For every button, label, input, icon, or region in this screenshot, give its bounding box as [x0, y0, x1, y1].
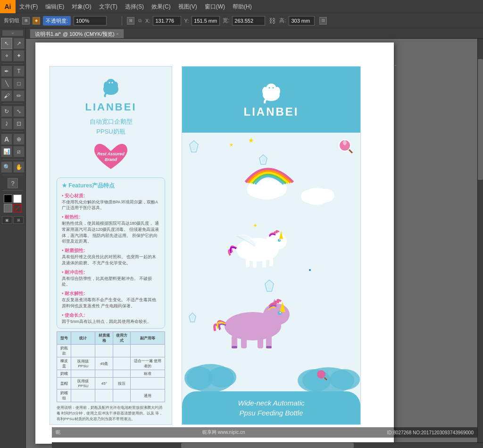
- cell-5-0: 奶嘴组: [57, 389, 71, 402]
- swatch-black[interactable]: [4, 194, 12, 203]
- svg-point-42: [280, 312, 281, 313]
- product-title-line1: 自动宽口企鹅型: [50, 117, 172, 127]
- feature4-heading: • 耐冲击性:: [62, 269, 160, 276]
- tool-help[interactable]: ?: [8, 178, 18, 188]
- cell-5-4: 通用: [131, 389, 165, 402]
- toolbar-grid-icon[interactable]: ⊟: [127, 17, 134, 25]
- artboard: LIANBEI 自动宽口企鹅型 PPSU奶瓶 Rest AssuredBrand: [35, 42, 394, 444]
- nipic-logo-text: 昵: [56, 429, 60, 436]
- decoration-area: ★ ★ ✦: [182, 133, 360, 424]
- svg-point-8: [262, 87, 268, 95]
- preview-icon[interactable]: ⊞: [13, 216, 24, 224]
- tool-blend[interactable]: ⊕: [13, 134, 25, 145]
- tool-brush[interactable]: 🖌: [1, 90, 12, 101]
- w-input[interactable]: [232, 16, 265, 25]
- x-input[interactable]: [153, 16, 181, 25]
- tool-row-5: 🖌 ✏: [1, 90, 25, 101]
- toolbar-icon-4: ⧉: [138, 18, 142, 24]
- menu-effect[interactable]: 效果(C): [148, 0, 175, 13]
- nipic-site: 昵享网 www.nipic.cn: [202, 429, 245, 436]
- tool-rect[interactable]: □: [13, 78, 25, 89]
- tool-row-4: ╲ □: [1, 78, 25, 89]
- svg-point-4: [109, 82, 110, 84]
- tool-lasso[interactable]: ⌖: [1, 50, 12, 61]
- opacity-badge[interactable]: 不透明度:: [43, 16, 71, 25]
- feature2-text: 耐热性优良，使其能根据医院可高达180摄氏度， 通常家用蒸汽可高达120摄氏度消…: [62, 220, 160, 245]
- horizontal-scrollbar[interactable]: [52, 442, 483, 448]
- menu-file[interactable]: 文件(F): [16, 0, 42, 13]
- h-input[interactable]: [289, 16, 315, 25]
- svg-point-2: [104, 82, 108, 89]
- screen-mode-icon[interactable]: ▣: [2, 216, 12, 224]
- tool-direct-select[interactable]: ↗: [13, 38, 25, 49]
- tool-warp[interactable]: ⤸: [1, 118, 12, 129]
- feature3-text: 具有低纤维之优良性比的对照和。 也突而一起的木及液体的前磨。 不充产生化学变化。: [62, 254, 160, 266]
- link-icon[interactable]: ⛓: [269, 17, 275, 25]
- tool-zoom[interactable]: 🔍: [1, 161, 12, 173]
- svg-rect-46: [258, 338, 263, 348]
- svg-rect-35: [253, 259, 257, 268]
- vertical-scrollbar[interactable]: [477, 39, 483, 442]
- tool-slice[interactable]: ⧄: [13, 146, 25, 157]
- swatch-gray[interactable]: [4, 204, 12, 212]
- svg-point-56: [317, 370, 325, 379]
- tool-pen[interactable]: ✒: [1, 66, 12, 77]
- menu-select[interactable]: 选择(S): [121, 0, 148, 13]
- y-label: Y:: [184, 18, 189, 24]
- svg-point-54: [298, 369, 331, 392]
- cell-3-0: 奶嘴: [57, 370, 71, 378]
- toolbar-icon-3[interactable]: [109, 17, 117, 25]
- table-header-3: 使用方式: [113, 332, 131, 345]
- tool-type[interactable]: T: [13, 66, 25, 77]
- tool-letter-a[interactable]: A: [1, 134, 12, 145]
- ai-logo-button[interactable]: Ai: [0, 0, 16, 13]
- toolbar-icon-1[interactable]: ⊞: [22, 17, 30, 25]
- toolbar-icon-2[interactable]: ◈: [33, 17, 40, 25]
- diamond-4: [187, 312, 198, 323]
- menu-window[interactable]: 窗口(W): [201, 0, 229, 13]
- rainbow-svg: [239, 147, 342, 222]
- document-tab[interactable]: 说明书1.ai* @ 100% (CMYK/预览) ×: [30, 29, 124, 38]
- spec-table: 型号 统计 材质规格 使用方式 副产用等 奶瓶款: [57, 331, 165, 402]
- tool-row-7: ⤸ ⊡: [1, 118, 25, 129]
- menu-object[interactable]: 对象(O): [68, 0, 95, 13]
- opacity-input[interactable]: [74, 16, 107, 25]
- svg-rect-47: [266, 336, 272, 347]
- svg-marker-19: [191, 142, 197, 151]
- swatch-none[interactable]: [13, 204, 22, 212]
- tool-magic-wand[interactable]: ✦: [13, 50, 25, 61]
- panel-right: LIANBEI: [182, 66, 361, 425]
- toolbar-transform-icon[interactable]: ⊡: [319, 17, 327, 25]
- cell-2-1: 医用级PPSU: [71, 357, 95, 370]
- tool-rotate[interactable]: ↻: [1, 106, 12, 117]
- menu-view[interactable]: 视图(V): [175, 0, 201, 13]
- bottom-title-2: Ppsu Feeding Bottle: [238, 408, 304, 418]
- swatch-white[interactable]: [13, 194, 22, 203]
- svg-point-33: [279, 239, 280, 240]
- heart-badge-text: Rest AssuredBrand: [97, 152, 125, 162]
- tool-pencil[interactable]: ✏: [13, 90, 25, 101]
- tool-column-graph[interactable]: 📊: [1, 146, 12, 157]
- bottom-title-1: Wide-neck Automatic: [238, 398, 304, 408]
- menu-text[interactable]: 文字(T): [95, 0, 121, 13]
- features-box: ★ Features产品特点 • 安心材质: 不使用乳化分解的化学物质BPA 环…: [57, 178, 165, 329]
- toolbar-separator-1: [122, 16, 122, 25]
- tool-scale[interactable]: ⤡: [13, 106, 25, 117]
- tab-close-button[interactable]: ×: [117, 29, 119, 39]
- tool-select-arrow[interactable]: ↖: [1, 38, 12, 49]
- tool-row-6: ↻ ⤡: [1, 106, 25, 117]
- menu-help[interactable]: 帮助(H): [229, 0, 256, 13]
- tool-line[interactable]: ╲: [1, 78, 12, 89]
- tab-view: @ 100% (CMYK/预览): [63, 29, 115, 39]
- toolbox-collapse[interactable]: «: [2, 30, 23, 36]
- svg-marker-25: [191, 314, 194, 321]
- y-input[interactable]: [192, 16, 220, 25]
- color-swatches: [4, 194, 22, 212]
- tool-hand[interactable]: ✋: [13, 161, 25, 173]
- tool-sep-6: [2, 190, 23, 191]
- candy-1: [337, 137, 353, 154]
- tool-free-transform[interactable]: ⊡: [13, 118, 25, 129]
- svg-point-17: [317, 189, 334, 202]
- menu-edit[interactable]: 编辑(E): [42, 0, 68, 13]
- swatch-row-2: [4, 204, 22, 212]
